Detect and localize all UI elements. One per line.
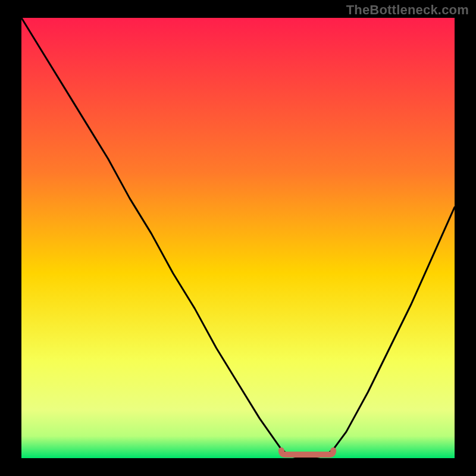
- chart-svg: [0, 0, 476, 476]
- plot-background: [21, 18, 455, 458]
- attribution-label: TheBottleneck.com: [346, 2, 469, 18]
- chart-container: { "attribution": "TheBottleneck.com", "c…: [0, 0, 476, 476]
